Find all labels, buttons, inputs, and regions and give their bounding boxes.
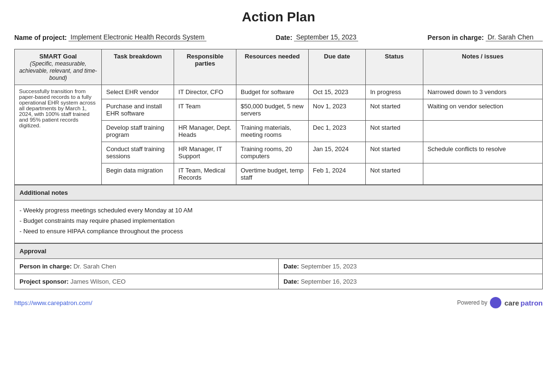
task-cell: Develop staff training program xyxy=(102,121,174,142)
task-cell: Purchase and install EHR software xyxy=(102,99,174,121)
approval-person-date-cell: Date: September 15, 2023 xyxy=(279,259,542,274)
col-status: Status xyxy=(366,49,423,85)
additional-notes-content: - Weekly progress meetings scheduled eve… xyxy=(14,201,543,243)
brand-care: care xyxy=(504,299,519,307)
brand-patron: patron xyxy=(520,299,543,307)
carepatron-brand: carepatron xyxy=(504,299,543,307)
resources-cell: Training materials, meeting rooms xyxy=(236,121,308,142)
approval-sponsor-value: James Wilson, CEO xyxy=(70,278,126,285)
approval-person-value: Dr. Sarah Chen xyxy=(73,263,116,270)
notes-cell xyxy=(423,121,542,142)
page-title: Action Plan xyxy=(14,10,543,25)
approval-sponsor-date-label: Date: xyxy=(283,278,299,285)
date-value: September 15, 2023 xyxy=(294,33,358,41)
notes-cell: Waiting on vendor selection xyxy=(423,99,542,121)
col-task: Task breakdown xyxy=(102,49,174,85)
status-cell: In progress xyxy=(366,85,423,99)
project-header: Name of project: Implement Electronic He… xyxy=(14,33,543,41)
col-due-date: Due date xyxy=(308,49,365,85)
resources-cell: Training rooms, 20 computers xyxy=(236,142,308,163)
powered-by: Powered by carepatron xyxy=(457,297,543,308)
task-cell: Select EHR vendor xyxy=(102,85,174,99)
person-label: Person in charge: xyxy=(428,34,484,41)
footer: https://www.carepatron.com/ Powered by c… xyxy=(14,297,543,308)
responsible-cell: IT Team, Medical Records xyxy=(174,163,236,185)
person-value: Dr. Sarah Chen xyxy=(486,33,543,41)
col-responsible: Responsible parties xyxy=(174,49,236,85)
approval-person-row: Person in charge: Dr. Sarah Chen Date: S… xyxy=(14,259,543,274)
status-cell: Not started xyxy=(366,121,423,142)
project-label: Name of project: xyxy=(14,34,67,41)
approval-sponsor-cell: Project sponsor: James Wilson, CEO xyxy=(15,274,279,289)
resources-cell: Overtime budget, temp staff xyxy=(236,163,308,185)
responsible-cell: IT Director, CFO xyxy=(174,85,236,99)
project-value: Implement Electronic Health Records Syst… xyxy=(68,33,206,41)
approval-person-label: Person in charge: xyxy=(20,263,72,270)
powered-by-text: Powered by xyxy=(457,299,487,306)
responsible-cell: HR Manager, IT Support xyxy=(174,142,236,163)
due-date-cell: Oct 15, 2023 xyxy=(308,85,365,99)
due-date-cell: Feb 1, 2024 xyxy=(308,163,365,185)
smart-goal-cell: Successfully transition from paper-based… xyxy=(15,85,102,185)
approval-sponsor-date-value: September 16, 2023 xyxy=(301,278,357,285)
resources-cell: Budget for software xyxy=(236,85,308,99)
task-cell: Conduct staff training sessions xyxy=(102,142,174,163)
due-date-cell: Dec 1, 2023 xyxy=(308,121,365,142)
carepatron-logo-icon xyxy=(490,297,501,308)
status-cell: Not started xyxy=(366,99,423,121)
table-row: Successfully transition from paper-based… xyxy=(15,85,543,99)
carepatron-link[interactable]: https://www.carepatron.com/ xyxy=(14,299,92,306)
col-resources: Resources needed xyxy=(236,49,308,85)
resources-cell: $50,000 budget, 5 new servers xyxy=(236,99,308,121)
approval-person-date-value: September 15, 2023 xyxy=(301,263,357,270)
approval-sponsor-label: Project sponsor: xyxy=(20,278,68,285)
approval-label: Approval xyxy=(14,243,543,259)
approval-sponsor-date-cell: Date: September 16, 2023 xyxy=(279,274,542,289)
notes-cell: Schedule conflicts to resolve xyxy=(423,142,542,163)
approval-person-cell: Person in charge: Dr. Sarah Chen xyxy=(15,259,279,274)
notes-cell: Narrowed down to 3 vendors xyxy=(423,85,542,99)
responsible-cell: HR Manager, Dept. Heads xyxy=(174,121,236,142)
col-smart-goal: SMART Goal (Specific, measurable, achiev… xyxy=(15,49,102,85)
additional-notes-label: Additional notes xyxy=(14,185,543,201)
approval-person-date-label: Date: xyxy=(283,263,299,270)
due-date-cell: Nov 1, 2023 xyxy=(308,99,365,121)
status-cell: Not started xyxy=(366,142,423,163)
col-notes: Notes / issues xyxy=(423,49,542,85)
date-label: Date: xyxy=(276,34,293,41)
due-date-cell: Jan 15, 2024 xyxy=(308,142,365,163)
notes-cell xyxy=(423,163,542,185)
responsible-cell: IT Team xyxy=(174,99,236,121)
task-cell: Begin data migration xyxy=(102,163,174,185)
action-plan-table: SMART Goal (Specific, measurable, achiev… xyxy=(14,49,543,185)
approval-sponsor-row: Project sponsor: James Wilson, CEO Date:… xyxy=(14,274,543,289)
status-cell: Not started xyxy=(366,163,423,185)
